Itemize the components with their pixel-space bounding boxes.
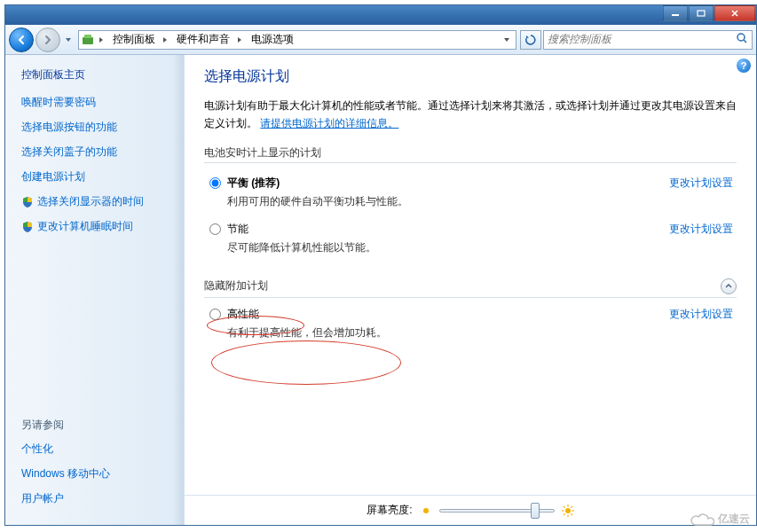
- page-title: 选择电源计划: [204, 67, 737, 86]
- see-also-link[interactable]: 用户帐户: [21, 491, 184, 506]
- hidden-plans-label[interactable]: 隐藏附加计划: [204, 278, 721, 295]
- help-icon[interactable]: ?: [737, 59, 751, 73]
- power-plan-row: 平衡 (推荐) 利用可用的硬件自动平衡功耗与性能。 更改计划设置: [204, 167, 737, 213]
- sidebar-link[interactable]: 选择关闭盖子的功能: [21, 145, 184, 160]
- sidebar-link[interactable]: 唤醒时需要密码: [21, 95, 184, 110]
- chevron-up-icon: [724, 282, 733, 291]
- refresh-button[interactable]: [520, 30, 541, 50]
- search-icon: [736, 32, 748, 47]
- plan-radio-high-performance[interactable]: [209, 309, 221, 320]
- titlebar: [5, 5, 756, 25]
- svg-line-14: [571, 506, 572, 508]
- see-also-header: 另请参阅: [21, 418, 184, 433]
- breadcrumb-arrow-icon[interactable]: [233, 31, 246, 49]
- main-content: ? 选择电源计划 电源计划有助于最大化计算机的性能或者节能。通过选择计划来将其激…: [185, 55, 756, 525]
- control-panel-home-link[interactable]: 控制面板主页: [21, 67, 184, 82]
- plan-description: 有利于提高性能，但会增加功耗。: [227, 325, 669, 340]
- breadcrumb-segment[interactable]: 电源选项: [246, 31, 297, 49]
- close-button[interactable]: [714, 5, 755, 21]
- collapse-button[interactable]: [721, 278, 737, 294]
- svg-rect-2: [83, 37, 93, 44]
- address-dropdown[interactable]: [500, 36, 514, 43]
- maximize-button[interactable]: [689, 5, 714, 21]
- more-info-link[interactable]: 请提供电源计划的详细信息。: [260, 117, 398, 129]
- address-bar[interactable]: 控制面板 硬件和声音 电源选项: [78, 30, 516, 50]
- svg-point-6: [565, 508, 571, 513]
- plan-radio-saver[interactable]: [209, 223, 221, 235]
- shield-icon: [21, 196, 34, 208]
- navigation-bar: 控制面板 硬件和声音 电源选项 搜索控制面板: [5, 25, 756, 55]
- shield-icon: [21, 221, 34, 233]
- sidebar: 控制面板主页 唤醒时需要密码 选择电源按钮的功能 选择关闭盖子的功能 创建电源计…: [5, 55, 185, 525]
- change-plan-settings-link[interactable]: 更改计划设置: [669, 307, 737, 340]
- svg-line-13: [564, 513, 565, 515]
- plan-description: 尽可能降低计算机性能以节能。: [227, 240, 669, 255]
- power-plan-row: 高性能 有利于提高性能，但会增加功耗。 更改计划设置: [204, 298, 737, 344]
- brightness-label: 屏幕亮度:: [367, 503, 412, 518]
- search-placeholder: 搜索控制面板: [548, 32, 736, 47]
- svg-line-11: [564, 506, 565, 508]
- power-plan-row: 节能 尽可能降低计算机性能以节能。 更改计划设置: [204, 213, 737, 259]
- minimize-button[interactable]: [663, 5, 688, 21]
- plans-section-title: 电池安时计上显示的计划: [204, 145, 737, 163]
- see-also-link[interactable]: Windows 移动中心: [21, 466, 184, 481]
- brightness-bar: 屏幕亮度:: [185, 495, 756, 525]
- search-box[interactable]: 搜索控制面板: [543, 30, 753, 50]
- plan-name[interactable]: 高性能: [227, 307, 669, 322]
- breadcrumb-segment[interactable]: 硬件和声音: [171, 31, 233, 49]
- change-plan-settings-link[interactable]: 更改计划设置: [669, 176, 737, 209]
- plan-radio-balanced[interactable]: [209, 177, 221, 189]
- breadcrumb-segment[interactable]: 控制面板: [107, 31, 159, 49]
- see-also-link[interactable]: 个性化: [21, 442, 184, 457]
- sun-bright-icon: [562, 505, 574, 517]
- page-description: 电源计划有助于最大化计算机的性能或者节能。通过选择计划来将其激活，或选择计划并通…: [204, 97, 737, 133]
- sidebar-link[interactable]: 更改计算机睡眠时间: [37, 219, 133, 234]
- window-frame: 控制面板 硬件和声音 电源选项 搜索控制面板 控制面板主页 唤醒时需要密码 选择…: [4, 4, 757, 526]
- change-plan-settings-link[interactable]: 更改计划设置: [669, 222, 737, 255]
- svg-point-4: [737, 34, 745, 41]
- breadcrumb-arrow-icon[interactable]: [159, 31, 171, 49]
- svg-rect-3: [84, 35, 91, 38]
- back-button[interactable]: [9, 27, 34, 52]
- svg-rect-1: [698, 11, 705, 16]
- hidden-plans-header: 隐藏附加计划: [204, 278, 737, 295]
- sidebar-link[interactable]: 创建电源计划: [21, 169, 184, 184]
- brightness-slider[interactable]: [439, 509, 555, 512]
- sun-dim-icon: [420, 505, 432, 517]
- breadcrumb-arrow-icon[interactable]: [95, 31, 107, 49]
- forward-button[interactable]: [35, 27, 60, 52]
- plan-description: 利用可用的硬件自动平衡功耗与性能。: [227, 194, 669, 209]
- svg-point-5: [423, 508, 429, 513]
- svg-rect-0: [672, 14, 679, 16]
- nav-history-dropdown[interactable]: [62, 27, 75, 52]
- sidebar-link[interactable]: 选择电源按钮的功能: [21, 120, 184, 135]
- slider-thumb[interactable]: [531, 503, 540, 519]
- plan-name[interactable]: 节能: [227, 222, 669, 237]
- sidebar-link[interactable]: 选择关闭显示器的时间: [37, 194, 144, 209]
- svg-line-12: [571, 513, 572, 515]
- control-panel-icon: [81, 33, 95, 47]
- plan-name[interactable]: 平衡 (推荐): [227, 176, 669, 191]
- body: 控制面板主页 唤醒时需要密码 选择电源按钮的功能 选择关闭盖子的功能 创建电源计…: [5, 55, 756, 525]
